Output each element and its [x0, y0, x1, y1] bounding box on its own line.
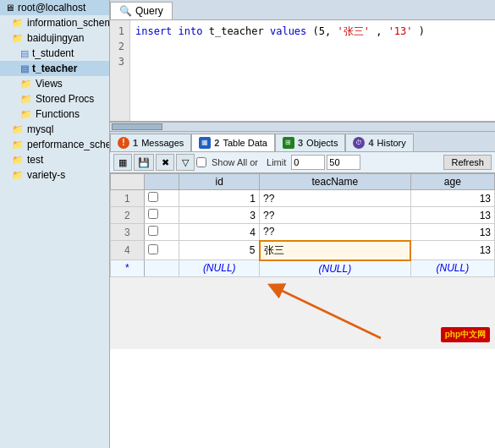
table-data-icon: ▦ [199, 137, 211, 149]
history-icon: ⏱ [353, 137, 365, 149]
cell-name[interactable]: ?? [260, 190, 411, 207]
table-row: 4 5 张三 13 [111, 241, 495, 260]
cell-id[interactable]: 5 [179, 241, 260, 260]
tab-messages[interactable]: ! 1 Messages [110, 134, 191, 151]
limit-label: Limit [267, 157, 286, 167]
sidebar-item-t_student[interactable]: ▤ t_student [0, 46, 109, 61]
toolbar-btn-save[interactable]: 💾 [134, 154, 154, 171]
line-numbers: 1 2 3 [110, 20, 130, 121]
cell-id[interactable]: 1 [179, 190, 260, 207]
messages-tab-label: Messages [141, 138, 184, 148]
tab-table-data[interactable]: ▦ 2 Table Data [191, 134, 275, 151]
toolbar-btn-discard[interactable]: ✖ [156, 154, 174, 171]
show-all-checkbox[interactable] [196, 157, 206, 167]
row-num: 1 [111, 190, 145, 207]
main-panel: 🔍 Query 1 2 3 insert into t_teacher valu… [110, 0, 495, 448]
cell-age[interactable]: 13 [410, 207, 494, 224]
row-num: 2 [111, 207, 145, 224]
col-teacname: teacName [260, 174, 411, 190]
query-text-area[interactable]: insert into t_teacher values (5, '张三' , … [130, 20, 495, 121]
cell-null-id[interactable]: (NULL) [179, 260, 260, 277]
col-id: id [179, 174, 260, 190]
scroll-thumb[interactable] [112, 123, 162, 130]
sidebar-item-baidujingyan[interactable]: 📁 baidujingyan [0, 30, 109, 46]
sidebar-item-views[interactable]: 📁 Views [0, 76, 109, 91]
sidebar-item-t_teacher[interactable]: ▤ t_teacher [0, 61, 109, 76]
row-checkbox[interactable] [148, 226, 158, 236]
php-badge: php中文网 [441, 327, 490, 342]
sidebar-item-test[interactable]: 📁 test [0, 152, 109, 167]
folder-icon: 📁 [12, 124, 24, 135]
info-icon: ! [118, 137, 129, 149]
php-badge-text: php中文网 [445, 330, 486, 339]
tab-history[interactable]: ⏱ 4 History [345, 134, 413, 151]
folder-icon: 📁 [12, 33, 24, 44]
bottom-tab-bar: ! 1 Messages ▦ 2 Table Data ⊞ 3 Objects … [110, 132, 495, 152]
table-icon: ▤ [20, 48, 29, 59]
cell-null-age[interactable]: (NULL) [410, 260, 494, 277]
data-table: id teacName age 1 1 ?? 13 2 3 ?? [110, 173, 495, 277]
cell-age[interactable]: 13 [410, 224, 494, 241]
query-tab-bar: 🔍 Query [110, 0, 495, 20]
sidebar-item-information_schema[interactable]: 📁 information_schema [0, 15, 109, 30]
row-checkbox[interactable] [148, 192, 158, 202]
sidebar-item-functions[interactable]: 📁 Functions [0, 107, 109, 122]
refresh-button[interactable]: Refresh [443, 155, 492, 170]
server-icon: 🖥 [5, 3, 14, 13]
folder-icon: 📁 [20, 79, 32, 90]
query-editor: 1 2 3 insert into t_teacher values (5, '… [110, 20, 495, 122]
col-checkbox [144, 174, 179, 190]
toolbar-btn-grid[interactable]: ▦ [113, 154, 132, 171]
cell-name[interactable]: ?? [260, 224, 411, 241]
sidebar-item-performance_schema[interactable]: 📁 performance_schema [0, 137, 109, 152]
cell-name-selected[interactable]: 张三 [260, 241, 411, 260]
objects-tab-label: Objects [306, 138, 338, 148]
query-tab-icon: 🔍 [119, 5, 132, 17]
cell-name[interactable]: ?? [260, 207, 411, 224]
cell-id[interactable]: 3 [179, 207, 260, 224]
folder-icon: 📁 [12, 170, 24, 181]
sidebar-item-stored-procs[interactable]: 📁 Stored Procs [0, 91, 109, 107]
query-tab-label: Query [135, 5, 163, 17]
tab-objects[interactable]: ⊞ 3 Objects [275, 134, 345, 151]
row-num: 3 [111, 224, 145, 241]
sidebar-item-root[interactable]: 🖥 root@localhost [0, 0, 109, 15]
folder-icon: 📁 [20, 94, 32, 105]
row-checkbox[interactable] [148, 209, 158, 219]
folder-icon: 📁 [20, 109, 32, 120]
folder-icon: 📁 [12, 18, 24, 29]
table-row: 1 1 ?? 13 [111, 190, 495, 207]
col-age: age [410, 174, 494, 190]
limit-input[interactable] [327, 155, 360, 170]
col-rownum [111, 174, 145, 190]
sidebar-item-mysql[interactable]: 📁 mysql [0, 122, 109, 137]
table-row-new: * (NULL) (NULL) (NULL) [111, 260, 495, 277]
cell-null-name[interactable]: (NULL) [260, 260, 411, 277]
table-data-tab-label: Table Data [223, 138, 267, 148]
row-num: 4 [111, 241, 145, 260]
sidebar: 🖥 root@localhost 📁 information_schema 📁 … [0, 0, 110, 448]
table-toolbar: ▦ 💾 ✖ ▽ Show All or Limit Refresh [110, 152, 495, 173]
table-data-container: id teacName age 1 1 ?? 13 2 3 ?? [110, 173, 495, 448]
arrow-annotation [110, 277, 495, 349]
table-icon: ▤ [20, 63, 29, 74]
toolbar-btn-filter[interactable]: ▽ [176, 154, 195, 171]
offset-input[interactable] [291, 155, 325, 170]
show-all-label: Show All or [212, 157, 258, 167]
table-row: 2 3 ?? 13 [111, 207, 495, 224]
horizontal-scrollbar[interactable] [110, 122, 495, 132]
annotation-area: php中文网 [110, 277, 495, 349]
query-tab[interactable]: 🔍 Query [110, 2, 173, 19]
objects-icon: ⊞ [283, 137, 294, 149]
sidebar-item-variety_s[interactable]: 📁 variety-s [0, 167, 109, 183]
table-row: 3 4 ?? 13 [111, 224, 495, 241]
history-tab-label: History [377, 138, 406, 148]
cell-age[interactable]: 13 [410, 190, 494, 207]
cell-id[interactable]: 4 [179, 224, 260, 241]
folder-icon: 📁 [12, 139, 24, 150]
row-checkbox[interactable] [148, 244, 158, 254]
cell-age[interactable]: 13 [410, 241, 494, 260]
folder-icon: 📁 [12, 155, 24, 166]
svg-line-1 [275, 287, 381, 338]
row-num: * [111, 260, 145, 277]
